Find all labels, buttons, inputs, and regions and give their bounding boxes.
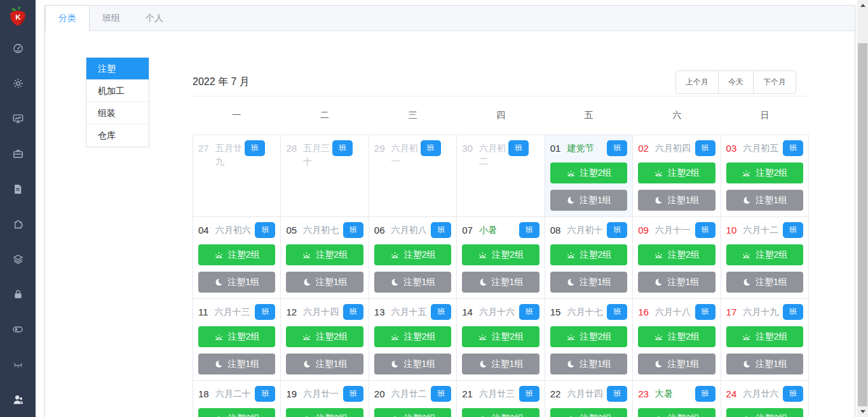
day-shift-button[interactable]: 注塑2组 bbox=[462, 244, 539, 265]
eye-closed-icon[interactable] bbox=[0, 347, 36, 381]
tab-item[interactable]: 班组 bbox=[90, 6, 133, 31]
document-icon[interactable] bbox=[0, 171, 36, 206]
scrollbar-thumb[interactable] bbox=[858, 43, 867, 406]
category-item[interactable]: 仓库 bbox=[86, 124, 149, 147]
day-cell[interactable]: 01 建党节 班 注塑2组 bbox=[545, 135, 633, 217]
day-cell[interactable]: 17 六月十九 班 注塑2组 bbox=[721, 299, 809, 381]
night-shift-button[interactable]: 注塑1组 bbox=[550, 190, 627, 211]
layers-icon[interactable] bbox=[0, 242, 36, 277]
day-cell[interactable]: 15 六月十七 班 注塑2组 bbox=[545, 299, 633, 381]
today-button[interactable]: 今天 bbox=[718, 70, 754, 94]
shift-badge[interactable]: 班 bbox=[255, 304, 275, 320]
app-logo-icon[interactable]: K bbox=[4, 2, 32, 31]
scroll-up-arrow-icon[interactable] bbox=[857, 0, 868, 11]
shift-badge[interactable]: 班 bbox=[519, 304, 539, 320]
day-cell[interactable]: 16 六月十八 班 注塑2组 bbox=[633, 299, 721, 381]
shift-badge[interactable]: 班 bbox=[508, 140, 529, 156]
day-cell[interactable]: 14 六月十六 班 注塑2组 bbox=[457, 299, 545, 381]
shift-badge[interactable]: 班 bbox=[695, 140, 715, 156]
users-icon[interactable] bbox=[0, 382, 36, 417]
day-cell[interactable]: 30 六月初二 班 bbox=[457, 135, 545, 217]
day-cell[interactable]: 02 六月初四 班 注塑2组 bbox=[633, 135, 721, 217]
shift-badge[interactable]: 班 bbox=[255, 386, 275, 402]
monitor-chart-icon[interactable] bbox=[0, 102, 36, 136]
toggle-icon[interactable] bbox=[0, 312, 36, 347]
night-shift-button[interactable]: 注塑1组 bbox=[550, 354, 627, 374]
night-shift-button[interactable]: 注塑1组 bbox=[638, 190, 715, 211]
day-shift-button[interactable]: 注塑2组 bbox=[286, 408, 363, 417]
shift-badge[interactable]: 班 bbox=[431, 386, 451, 402]
day-cell[interactable]: 20 六月廿二 班 注塑2组 bbox=[369, 381, 457, 417]
briefcase-icon[interactable] bbox=[0, 136, 36, 171]
puzzle-icon[interactable] bbox=[0, 206, 36, 241]
tab-item[interactable]: 分类 bbox=[45, 6, 90, 31]
night-shift-button[interactable]: 注塑1组 bbox=[726, 354, 803, 374]
lock-icon[interactable] bbox=[0, 277, 36, 312]
day-cell[interactable]: 13 六月十五 班 注塑2组 bbox=[369, 299, 457, 381]
shift-badge[interactable]: 班 bbox=[695, 386, 715, 402]
day-shift-button[interactable]: 注塑2组 bbox=[198, 326, 275, 347]
day-cell[interactable]: 07 小暑 班 注塑2组 bbox=[457, 217, 545, 299]
dashboard-gauge-icon[interactable] bbox=[0, 31, 36, 66]
day-cell[interactable]: 29 六月初一 班 bbox=[369, 135, 457, 217]
day-shift-button[interactable]: 注塑2组 bbox=[198, 244, 275, 265]
night-shift-button[interactable]: 注塑1组 bbox=[286, 354, 363, 374]
night-shift-button[interactable]: 注塑1组 bbox=[198, 354, 275, 374]
day-cell[interactable]: 28 五月三十 班 bbox=[281, 135, 369, 217]
shift-badge[interactable]: 班 bbox=[245, 140, 265, 156]
day-cell[interactable]: 05 六月初七 班 注塑2组 bbox=[281, 217, 369, 299]
day-cell[interactable]: 21 六月廿三 班 注塑2组 bbox=[457, 381, 545, 417]
day-shift-button[interactable]: 注塑2组 bbox=[462, 326, 539, 347]
day-shift-button[interactable]: 注塑2组 bbox=[374, 408, 451, 417]
shift-badge[interactable]: 班 bbox=[695, 304, 715, 320]
category-item[interactable]: 机加工 bbox=[86, 80, 149, 102]
day-shift-button[interactable]: 注塑2组 bbox=[550, 162, 627, 183]
day-cell[interactable]: 08 六月初十 班 注塑2组 bbox=[545, 217, 633, 299]
day-cell[interactable]: 23 大暑 班 注塑2组 bbox=[633, 381, 721, 417]
shift-badge[interactable]: 班 bbox=[343, 222, 363, 238]
shift-badge[interactable]: 班 bbox=[255, 222, 275, 238]
day-shift-button[interactable]: 注塑2组 bbox=[286, 244, 363, 265]
shift-badge[interactable]: 班 bbox=[421, 140, 441, 156]
day-cell[interactable]: 04 六月初六 班 注塑2组 bbox=[193, 217, 281, 299]
shift-badge[interactable]: 班 bbox=[607, 222, 627, 238]
day-shift-button[interactable]: 注塑2组 bbox=[726, 408, 803, 417]
night-shift-button[interactable]: 注塑1组 bbox=[462, 354, 539, 374]
shift-badge[interactable]: 班 bbox=[783, 304, 803, 320]
day-shift-button[interactable]: 注塑2组 bbox=[550, 408, 627, 417]
day-cell[interactable]: 19 六月廿一 班 注塑2组 bbox=[281, 381, 369, 417]
night-shift-button[interactable]: 注塑1组 bbox=[550, 272, 627, 293]
day-cell[interactable]: 10 六月十二 班 注塑2组 bbox=[721, 217, 809, 299]
shift-badge[interactable]: 班 bbox=[343, 386, 363, 402]
night-shift-button[interactable]: 注塑1组 bbox=[374, 272, 451, 293]
gear-icon[interactable] bbox=[0, 66, 36, 101]
next-month-button[interactable]: 下个月 bbox=[753, 70, 796, 94]
day-shift-button[interactable]: 注塑2组 bbox=[638, 326, 715, 347]
prev-month-button[interactable]: 上个月 bbox=[675, 70, 719, 94]
shift-badge[interactable]: 班 bbox=[332, 140, 353, 156]
scroll-down-arrow-icon[interactable] bbox=[857, 406, 868, 417]
shift-badge[interactable]: 班 bbox=[695, 222, 715, 238]
night-shift-button[interactable]: 注塑1组 bbox=[726, 190, 803, 211]
day-cell[interactable]: 11 六月十三 班 注塑2组 bbox=[193, 299, 281, 381]
day-shift-button[interactable]: 注塑2组 bbox=[638, 244, 715, 265]
day-cell[interactable]: 06 六月初八 班 注塑2组 bbox=[369, 217, 457, 299]
day-shift-button[interactable]: 注塑2组 bbox=[726, 162, 803, 183]
day-shift-button[interactable]: 注塑2组 bbox=[550, 244, 627, 265]
day-cell[interactable]: 22 六月廿四 班 注塑2组 bbox=[545, 381, 633, 417]
category-item[interactable]: 注塑 bbox=[86, 58, 149, 80]
day-shift-button[interactable]: 注塑2组 bbox=[198, 408, 275, 417]
shift-badge[interactable]: 班 bbox=[783, 140, 803, 156]
shift-badge[interactable]: 班 bbox=[607, 140, 627, 156]
day-shift-button[interactable]: 注塑2组 bbox=[726, 326, 803, 347]
day-shift-button[interactable]: 注塑2组 bbox=[374, 326, 451, 347]
scrollbar[interactable] bbox=[857, 0, 868, 417]
day-shift-button[interactable]: 注塑2组 bbox=[374, 244, 451, 265]
night-shift-button[interactable]: 注塑1组 bbox=[638, 272, 715, 293]
day-cell[interactable]: 27 五月廿九 班 bbox=[193, 135, 281, 217]
day-cell[interactable]: 03 六月初五 班 注塑2组 bbox=[721, 135, 809, 217]
day-cell[interactable]: 09 六月十一 班 注塑2组 bbox=[633, 217, 721, 299]
day-shift-button[interactable]: 注塑2组 bbox=[726, 244, 803, 265]
shift-badge[interactable]: 班 bbox=[607, 304, 627, 320]
night-shift-button[interactable]: 注塑1组 bbox=[286, 272, 363, 293]
